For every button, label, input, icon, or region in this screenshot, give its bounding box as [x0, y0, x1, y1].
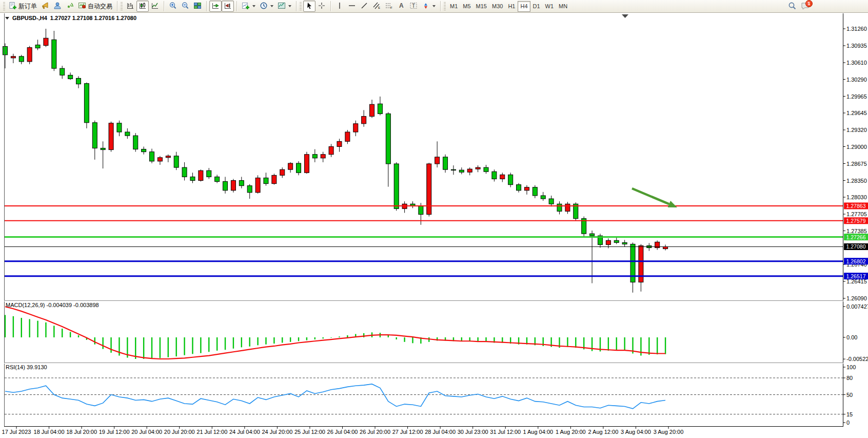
price-axis-label: 1.29000 [846, 144, 867, 150]
timeframe-m15-button[interactable]: M15 [474, 1, 489, 12]
time-axis-label: 20 Jul 04:00 [131, 429, 162, 435]
chart-shift-button[interactable] [222, 1, 234, 12]
mql5-community-button[interactable] [51, 1, 64, 12]
timeframe-h1-button[interactable]: H1 [505, 1, 518, 12]
notification-count-badge: 1 [805, 0, 813, 7]
new-order-button[interactable]: 新订单 [7, 1, 39, 12]
macd-indicator-label: MACD(12,26,9) -0.004039 -0.003898 [6, 302, 99, 308]
price-axis-label: 1.27705 [846, 211, 867, 217]
macd-axis-label: 0.00 [846, 334, 857, 340]
indicators-button[interactable] [240, 1, 258, 12]
toolbar-group-trade: 新订单 自动交易 [1, 0, 116, 12]
time-axis-label: 21 Jul 12:00 [196, 429, 227, 435]
chevron-down-icon [252, 5, 255, 7]
search-button[interactable] [786, 1, 799, 12]
chart-symbol-period: GBPUSD-,H4 [12, 15, 47, 21]
price-axis-label: 1.28350 [846, 178, 867, 184]
horizontal-line-button[interactable] [346, 1, 358, 12]
trendline-button[interactable] [358, 1, 370, 12]
time-axis-label: 1 Aug 04:00 [523, 429, 553, 435]
price-axis-label: 1.30935 [846, 43, 867, 49]
toolbar-separator [236, 1, 237, 11]
chart-canvas[interactable]: 1.312601.309351.306101.302901.299651.296… [0, 0, 868, 438]
toolbar-grip [3, 2, 5, 10]
toolbar-group-insert [238, 0, 295, 12]
arrows-icon [422, 2, 430, 11]
auto-scroll-button[interactable] [209, 1, 222, 12]
bar-chart-icon [126, 2, 134, 11]
time-axis-label: 24 Jul 04:00 [229, 429, 260, 435]
timeframe-m1-button[interactable]: M1 [447, 1, 460, 12]
timeframe-d1-button[interactable]: D1 [530, 1, 543, 12]
timeframe-mn-button[interactable]: MN [556, 1, 570, 12]
chart-background [0, 13, 868, 438]
crosshair-button[interactable] [315, 1, 328, 12]
toolbar-grip [300, 2, 302, 10]
tile-windows-button[interactable] [191, 1, 204, 12]
line-chart-button[interactable] [149, 1, 161, 12]
price-badge-value: 1.26517 [846, 273, 866, 279]
new-order-icon [9, 2, 17, 11]
zoom-out-button[interactable] [179, 1, 191, 12]
chart-title: GBPUSD-,H4 1.27027 1.27108 1.27016 1.270… [5, 15, 136, 21]
toolbar-separator [117, 1, 117, 11]
text-label-button[interactable]: T [407, 1, 420, 12]
rsi-axis-label: 0 [846, 420, 850, 426]
text-button[interactable]: A [395, 1, 407, 12]
time-axis-label: 17 Jul 2023 [2, 429, 31, 435]
autotrading-button[interactable]: 自动交易 [76, 1, 114, 12]
rsi-indicator-label: RSI(14) 39.9130 [6, 364, 47, 370]
equidistant-channel-button[interactable]: E [370, 1, 383, 12]
templates-button[interactable] [275, 1, 293, 12]
timeframe-h4-button[interactable]: H4 [518, 1, 530, 12]
cursor-button[interactable] [303, 1, 315, 12]
time-axis-label: 2 Aug 12:00 [588, 429, 619, 435]
candlestick-chart-button[interactable] [136, 1, 149, 12]
toolbar-grip [121, 2, 123, 10]
price-axis-label: 1.27385 [846, 228, 867, 234]
new-order-label: 新订单 [18, 2, 37, 11]
periods-button[interactable] [258, 1, 275, 12]
price-axis-label: 1.29965 [846, 93, 867, 100]
mt4-window: 新订单 自动交易 [0, 0, 868, 438]
price-axis-label: 1.28030 [846, 194, 867, 200]
timeframe-m5-button[interactable]: M5 [460, 1, 473, 12]
fibonacci-button[interactable]: F [383, 1, 395, 12]
toolbar-right-group: 1 [786, 1, 812, 13]
periods-icon [260, 2, 268, 11]
notifications-button[interactable]: 1 [799, 1, 812, 12]
candlestick-chart-icon [139, 2, 147, 11]
rsi-axis-label: 15 [846, 411, 853, 417]
autotrading-label: 自动交易 [88, 2, 112, 11]
toolbar-grip [444, 2, 446, 10]
arrows-button[interactable] [420, 1, 438, 12]
trendline-icon [360, 2, 368, 11]
macd-axis-label: 0.007427 [846, 303, 868, 310]
text-icon: A [397, 2, 405, 11]
vertical-line-button[interactable] [333, 1, 346, 12]
one-click-trading-toggle-icon[interactable] [5, 17, 9, 20]
price-axis-label: 1.30290 [846, 77, 867, 83]
zoom-in-button[interactable] [167, 1, 179, 12]
toolbar-separator [440, 1, 441, 11]
toolbar-group-chart-type [119, 0, 163, 12]
price-axis-label: 1.30610 [846, 60, 867, 66]
signals-button[interactable] [64, 1, 76, 12]
timeframe-m30-button[interactable]: M30 [489, 1, 505, 12]
toolbar-group-objects: E F A T [332, 0, 439, 12]
toolbar-group-scroll [208, 0, 235, 12]
zoom-out-icon [181, 2, 189, 11]
vertical-line-icon [336, 2, 344, 11]
horn-button[interactable] [39, 1, 51, 12]
price-axis-label: 1.28675 [846, 161, 867, 167]
horizontal-line-icon [348, 2, 356, 11]
price-badge-value: 1.27266 [846, 234, 866, 240]
time-axis-label: 3 Aug 04:00 [621, 429, 651, 435]
timeframe-w1-button[interactable]: W1 [543, 1, 557, 12]
rsi-axis-label: 50 [846, 392, 853, 398]
horn-icon [41, 2, 49, 11]
bar-chart-button[interactable] [124, 1, 136, 12]
chevron-down-icon [270, 5, 273, 7]
time-axis-label: 20 Jul 20:00 [164, 429, 195, 435]
time-axis-label: 30 Jul 23:00 [458, 429, 488, 435]
